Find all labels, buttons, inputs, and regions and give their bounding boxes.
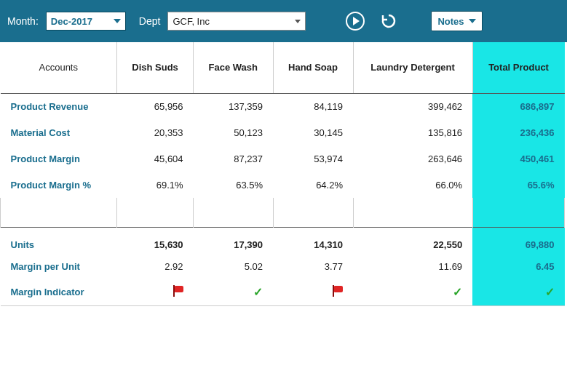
table-row: Margin per Unit 2.92 5.02 3.77 11.69 6.4…	[1, 253, 565, 279]
table-row: Product Revenue 65,956 137,359 84,119 39…	[1, 93, 565, 119]
notes-button[interactable]: Notes	[431, 11, 482, 31]
check-icon: ✓	[453, 286, 462, 298]
cell[interactable]: 50,123	[194, 119, 273, 145]
dept-select-value: GCF, Inc	[173, 16, 210, 27]
check-icon: ✓	[545, 286, 555, 298]
month-select[interactable]: Dec-2017	[46, 12, 126, 31]
cell[interactable]: 22,550	[353, 227, 472, 253]
col-header-hand-soap[interactable]: Hand Soap	[273, 42, 353, 93]
undo-button[interactable]	[376, 8, 402, 34]
dept-label: Dept	[139, 15, 161, 27]
table-gap-row	[1, 198, 565, 227]
check-icon: ✓	[253, 286, 263, 298]
indicator-cell	[117, 279, 194, 305]
flag-icon	[331, 285, 343, 297]
cell[interactable]: 14,310	[273, 227, 353, 253]
undo-icon	[380, 12, 397, 30]
cell[interactable]: 87,237	[194, 145, 273, 172]
cell[interactable]: 63.5%	[194, 172, 273, 198]
row-label[interactable]: Margin per Unit	[1, 253, 117, 279]
cell[interactable]: 399,462	[353, 93, 472, 119]
product-table: Accounts Dish Suds Face Wash Hand Soap L…	[0, 42, 565, 306]
cell[interactable]: 137,359	[194, 93, 273, 119]
month-select-value: Dec-2017	[51, 16, 92, 27]
table-row: Material Cost 20,353 50,123 30,145 135,8…	[1, 119, 565, 145]
indicator-total: ✓	[472, 279, 564, 305]
col-header-laundry[interactable]: Laundry Detergent	[353, 42, 472, 93]
row-label[interactable]: Product Margin %	[1, 172, 117, 198]
total-cell[interactable]: 69,880	[472, 227, 564, 253]
play-icon	[346, 12, 365, 31]
chevron-down-icon	[114, 19, 121, 23]
table-row: Product Margin 45,604 87,237 53,974 263,…	[1, 145, 565, 172]
cell[interactable]: 20,353	[117, 119, 194, 145]
indicator-cell: ✓	[353, 279, 472, 305]
cell[interactable]: 263,646	[353, 145, 472, 172]
cell[interactable]: 45,604	[117, 145, 194, 172]
total-cell[interactable]: 450,461	[472, 145, 564, 172]
cell[interactable]: 69.1%	[117, 172, 194, 198]
cell[interactable]: 11.69	[353, 253, 472, 279]
total-cell[interactable]: 65.6%	[472, 172, 564, 198]
chevron-down-icon	[295, 20, 301, 23]
cell[interactable]: 65,956	[117, 93, 194, 119]
cell[interactable]: 135,816	[353, 119, 472, 145]
total-cell[interactable]: 686,897	[472, 93, 564, 119]
chevron-down-icon	[469, 19, 476, 23]
cell[interactable]: 3.77	[273, 253, 353, 279]
row-label[interactable]: Product Revenue	[1, 93, 117, 119]
row-label[interactable]: Product Margin	[1, 145, 117, 172]
flag-icon	[172, 285, 183, 297]
cell[interactable]: 2.92	[117, 253, 194, 279]
run-button[interactable]	[342, 8, 368, 34]
row-label[interactable]: Units	[1, 227, 117, 253]
col-header-face-wash[interactable]: Face Wash	[194, 42, 273, 93]
total-cell[interactable]: 6.45	[472, 253, 564, 279]
indicator-cell	[273, 279, 353, 305]
cell[interactable]: 5.02	[194, 253, 273, 279]
toolbar: Month: Dec-2017 Dept GCF, Inc Notes	[0, 0, 567, 42]
total-cell[interactable]: 236,436	[472, 119, 564, 145]
month-label: Month:	[7, 15, 39, 27]
cell[interactable]: 84,119	[273, 93, 353, 119]
table-row: Product Margin % 69.1% 63.5% 64.2% 66.0%…	[1, 172, 565, 198]
cell[interactable]: 64.2%	[273, 172, 353, 198]
table-header-row: Accounts Dish Suds Face Wash Hand Soap L…	[1, 42, 565, 93]
notes-button-label: Notes	[437, 16, 464, 27]
dept-select[interactable]: GCF, Inc	[167, 12, 306, 31]
row-label[interactable]: Material Cost	[1, 119, 117, 145]
cell[interactable]: 66.0%	[353, 172, 472, 198]
col-header-dish-suds[interactable]: Dish Suds	[117, 42, 194, 93]
indicator-cell: ✓	[194, 279, 273, 305]
cell[interactable]: 15,630	[117, 227, 194, 253]
col-header-total[interactable]: Total Product	[472, 42, 564, 93]
cell[interactable]: 17,390	[194, 227, 273, 253]
cell[interactable]: 53,974	[273, 145, 353, 172]
table-row: Units 15,630 17,390 14,310 22,550 69,880	[1, 227, 565, 253]
table-row-indicator: Margin Indicator ✓ ✓ ✓	[1, 279, 565, 305]
col-header-accounts: Accounts	[1, 42, 117, 93]
cell[interactable]: 30,145	[273, 119, 353, 145]
row-label[interactable]: Margin Indicator	[1, 279, 117, 305]
